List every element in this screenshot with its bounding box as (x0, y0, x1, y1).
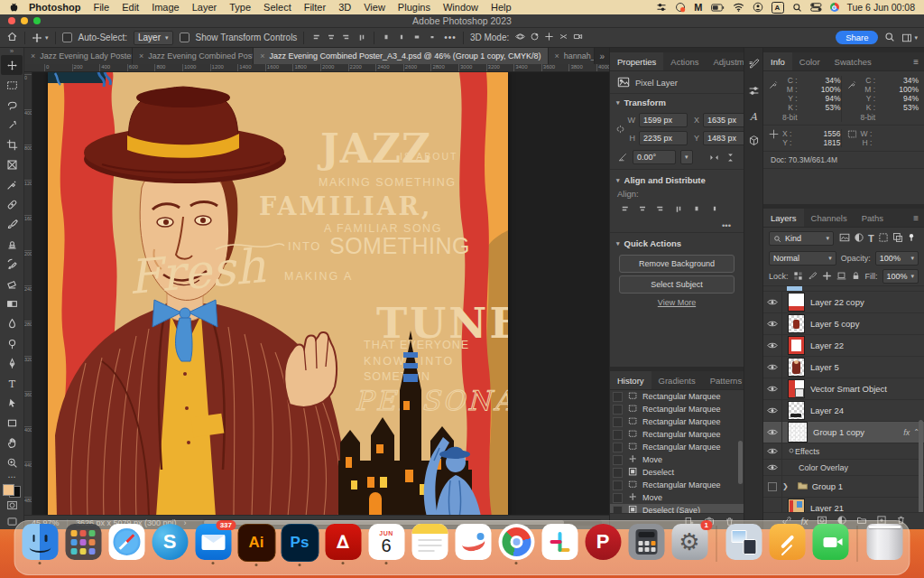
fill-field[interactable]: 100%▾ (882, 269, 919, 284)
link-dimensions-icon[interactable] (615, 111, 625, 147)
x-field[interactable]: 1635 px (703, 113, 744, 127)
menu-plugins[interactable]: Plugins (392, 2, 437, 13)
menu-window[interactable]: Window (437, 2, 485, 13)
tab-info[interactable]: Info (763, 52, 792, 70)
history-snapshot-well[interactable] (613, 430, 623, 440)
history-snapshot-well[interactable] (613, 493, 623, 503)
dock-item-acrobat[interactable]: ∆ (325, 524, 362, 564)
tab-patterns[interactable]: Patterns (703, 371, 744, 389)
prop-align-icon-1[interactable] (637, 201, 648, 218)
menu-view[interactable]: View (357, 2, 392, 13)
blur-tool[interactable] (1, 313, 23, 333)
notification-app-icon[interactable] (675, 2, 686, 13)
rotation-dropdown[interactable]: ▾ (680, 150, 693, 164)
history-step[interactable]: Deselect (610, 466, 744, 479)
3d-slide-icon[interactable] (559, 32, 568, 43)
history-snapshot-well[interactable] (613, 405, 623, 415)
prop-align-icon-4[interactable] (691, 201, 702, 218)
lock-position-icon[interactable] (822, 271, 832, 283)
lock-transparent-icon[interactable] (793, 271, 803, 283)
layer-thumbnail[interactable] (788, 336, 805, 355)
menu-type[interactable]: Type (223, 2, 257, 13)
layer-visibility-icon[interactable] (763, 357, 782, 378)
dock-item-pages[interactable] (769, 524, 806, 564)
align-right-icon[interactable] (341, 32, 352, 44)
hand-tool[interactable] (1, 433, 23, 452)
dock-item-illustrator[interactable]: Ai (238, 524, 275, 566)
menu-layer[interactable]: Layer (186, 2, 224, 13)
dock-item-freeform[interactable] (455, 524, 492, 564)
lock-artboard-icon[interactable] (836, 271, 846, 283)
3d-pan-icon[interactable] (544, 32, 554, 43)
dock-item-mail[interactable]: 337 (195, 524, 232, 564)
history-snapshot-well[interactable] (613, 392, 623, 402)
layer-visibility-icon[interactable] (763, 422, 782, 443)
zoom-tool[interactable] (1, 452, 23, 472)
filter-kind-dropdown[interactable]: Kind▾ (769, 231, 834, 246)
layer-row[interactable]: Layer 21 (763, 498, 924, 512)
prop-align-icon-0[interactable] (619, 201, 630, 218)
title-bar[interactable]: Adobe Photoshop 2023 (0, 14, 924, 28)
menu-file[interactable]: File (87, 2, 116, 13)
menu-clock[interactable]: Tue 6 Jun 00:08 (847, 2, 916, 13)
prop-align-icon-2[interactable] (655, 201, 666, 218)
battery-icon[interactable] (711, 4, 725, 12)
layers-scrollbar[interactable] (919, 420, 923, 512)
panel-menu-icon[interactable]: ≡ (908, 52, 924, 70)
minimize-window-button[interactable] (21, 17, 28, 24)
flip-horizontal-icon[interactable] (708, 152, 720, 163)
layer-thumbnail[interactable] (788, 499, 805, 512)
document-tab-3[interactable]: ×Jazz Evening Combined Poster_A3_4.psd @… (254, 48, 548, 64)
menu-help[interactable]: Help (485, 2, 518, 13)
tab-properties[interactable]: Properties (610, 52, 663, 70)
dock-item-safari[interactable] (108, 524, 145, 564)
menu-photoshop[interactable]: Photoshop (23, 2, 87, 13)
layer-visibility-icon[interactable] (763, 378, 782, 399)
layer-row[interactable]: Layer 5 copy (763, 313, 924, 335)
filter-shape-icon[interactable] (878, 230, 889, 247)
document-tab-1[interactable]: ×Jazz Evening Lady Poster_A3_3.psd (24, 48, 133, 64)
width-field[interactable]: 1599 px (639, 113, 688, 127)
layer-visibility-icon[interactable] (763, 443, 782, 459)
dock-item-launchpad[interactable] (65, 524, 102, 564)
layer-visibility-icon[interactable] (763, 313, 782, 334)
quick-actions-header[interactable]: ▾Quick Actions (610, 235, 744, 252)
history-step[interactable]: Rectangular Marquee (610, 479, 744, 491)
prop-align-icon-5[interactable] (709, 201, 720, 218)
prop-align-icon-3[interactable] (673, 201, 684, 218)
tab-overflow-icon[interactable]: » (595, 48, 609, 64)
layer-visibility-icon[interactable] (763, 400, 782, 421)
move-tool-icon[interactable]: ▾ (32, 33, 49, 43)
tool-presets-icon[interactable] (748, 84, 760, 100)
layer-visibility-icon[interactable] (763, 292, 782, 312)
align-section-header[interactable]: ▾Align and Distribute (610, 172, 744, 189)
vertical-ruler[interactable]: 0400800120016002000240028003200360040004… (24, 72, 32, 515)
glyphs-panel-icon[interactable]: A (750, 111, 757, 123)
foreground-color-swatch[interactable] (3, 484, 14, 496)
blend-mode-dropdown[interactable]: Normal▾ (769, 251, 836, 266)
distribute-left-icon[interactable] (381, 32, 392, 44)
layer-row[interactable]: Layer 24 (763, 400, 924, 422)
history-step[interactable]: Deselect (Save) (610, 504, 744, 513)
auto-select-checkbox[interactable] (62, 33, 72, 42)
marquee-tool[interactable] (1, 75, 23, 95)
browser-profile-icon[interactable] (830, 3, 839, 12)
history-snapshot-well[interactable] (613, 443, 623, 452)
healing-brush-tool[interactable] (1, 194, 23, 214)
search-icon[interactable] (792, 3, 802, 13)
history-snapshot-well[interactable] (613, 480, 623, 490)
transform-section-header[interactable]: ▾Transform (610, 94, 744, 111)
layer-visibility-icon[interactable] (763, 460, 782, 475)
keyboard-settings-icon[interactable] (656, 2, 667, 13)
flip-vertical-icon[interactable] (725, 152, 736, 163)
tab-actions[interactable]: Actions (663, 52, 706, 70)
tab-layers[interactable]: Layers (763, 209, 804, 227)
remove-background-button[interactable]: Remove Background (619, 255, 735, 273)
edit-toolbar-icon[interactable]: ⋯ (8, 472, 16, 481)
align-left-icon[interactable] (310, 32, 321, 44)
3d-panel-icon[interactable] (748, 134, 760, 150)
y-field[interactable]: 1483 px (703, 131, 744, 145)
layer-visibility-empty[interactable] (763, 476, 782, 497)
filter-toggle-icon[interactable] (907, 230, 916, 247)
path-select-tool[interactable] (1, 393, 23, 413)
